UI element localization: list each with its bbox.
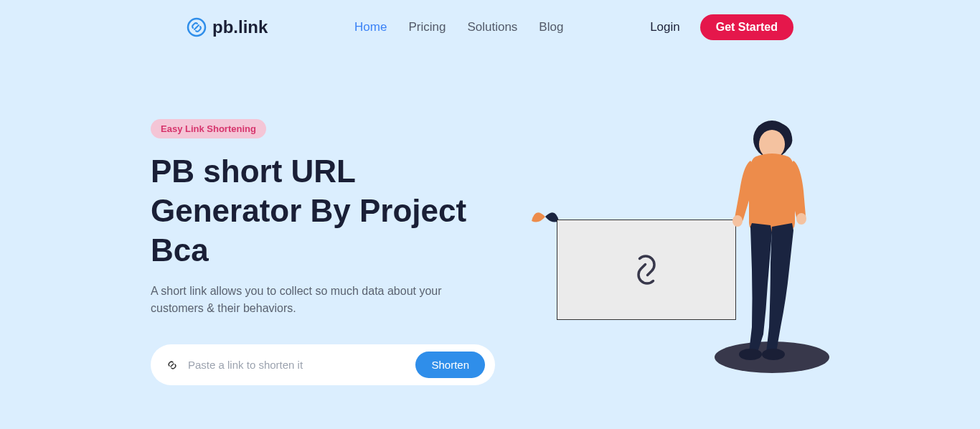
shorten-form: Shorten: [151, 344, 495, 385]
hero-content: Easy Link Shortening PB short URL Genera…: [151, 119, 495, 406]
person-illustration: [729, 119, 815, 363]
hero-title: PB short URL Generator By Project Bca: [151, 151, 495, 270]
svg-point-4: [796, 213, 806, 225]
get-started-button[interactable]: Get Started: [700, 14, 793, 40]
hero-section: Easy Link Shortening PB short URL Genera…: [0, 55, 980, 406]
logo[interactable]: pb.link: [187, 17, 268, 37]
nav-solutions[interactable]: Solutions: [467, 20, 517, 34]
hero-illustration: [528, 119, 829, 406]
logo-text: pb.link: [212, 17, 268, 37]
nav-blog[interactable]: Blog: [539, 20, 563, 34]
shorten-button[interactable]: Shorten: [415, 352, 485, 378]
svg-point-6: [762, 349, 785, 360]
login-link[interactable]: Login: [650, 20, 680, 34]
shorten-input[interactable]: [188, 359, 415, 371]
chain-icon: [627, 243, 666, 297]
main-nav: Home Pricing Solutions Blog: [354, 20, 563, 34]
nav-home[interactable]: Home: [354, 20, 387, 34]
link-chain-icon: [187, 17, 207, 37]
illustration-card: [557, 220, 736, 320]
nav-pricing[interactable]: Pricing: [408, 20, 446, 34]
svg-point-3: [732, 215, 743, 227]
header: pb.link Home Pricing Solutions Blog Logi…: [0, 0, 980, 55]
link-icon: [166, 359, 178, 371]
hero-description: A short link allows you to collect so mu…: [151, 283, 495, 317]
badge-easy-link: Easy Link Shortening: [151, 119, 266, 138]
svg-point-5: [739, 349, 762, 360]
header-actions: Login Get Started: [650, 14, 793, 40]
